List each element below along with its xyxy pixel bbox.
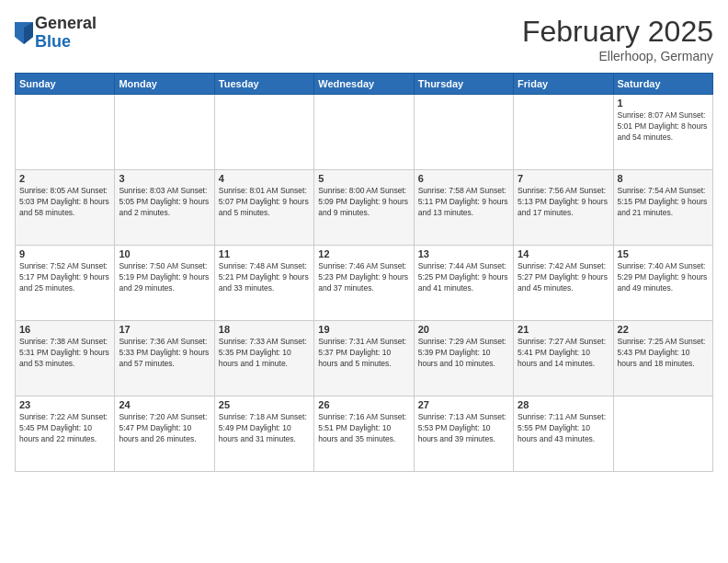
day-info: Sunrise: 7:44 AM Sunset: 5:25 PM Dayligh… bbox=[418, 261, 509, 294]
day-cell: 10Sunrise: 7:50 AM Sunset: 5:19 PM Dayli… bbox=[115, 246, 214, 321]
day-number: 27 bbox=[418, 399, 509, 410]
day-number: 7 bbox=[518, 173, 609, 184]
calendar-table: SundayMondayTuesdayWednesdayThursdayFrid… bbox=[15, 73, 713, 472]
week-row-5: 23Sunrise: 7:22 AM Sunset: 5:45 PM Dayli… bbox=[16, 396, 713, 472]
day-number: 13 bbox=[418, 248, 509, 259]
day-info: Sunrise: 7:56 AM Sunset: 5:13 PM Dayligh… bbox=[518, 186, 609, 219]
day-cell bbox=[414, 95, 513, 170]
title-block: February 2025 Ellerhoop, Germany bbox=[522, 15, 713, 63]
day-info: Sunrise: 7:33 AM Sunset: 5:35 PM Dayligh… bbox=[219, 337, 310, 370]
weekday-header-friday: Friday bbox=[514, 74, 613, 95]
day-cell: 22Sunrise: 7:25 AM Sunset: 5:43 PM Dayli… bbox=[613, 321, 712, 396]
day-cell: 9Sunrise: 7:52 AM Sunset: 5:17 PM Daylig… bbox=[16, 246, 115, 321]
day-cell: 23Sunrise: 7:22 AM Sunset: 5:45 PM Dayli… bbox=[16, 396, 115, 472]
day-number: 22 bbox=[618, 324, 709, 335]
day-cell: 7Sunrise: 7:56 AM Sunset: 5:13 PM Daylig… bbox=[514, 170, 613, 246]
day-number: 6 bbox=[418, 173, 509, 184]
day-info: Sunrise: 8:00 AM Sunset: 5:09 PM Dayligh… bbox=[318, 186, 409, 219]
page: General Blue February 2025 Ellerhoop, Ge… bbox=[0, 0, 728, 563]
day-number: 16 bbox=[19, 324, 110, 335]
day-info: Sunrise: 7:48 AM Sunset: 5:21 PM Dayligh… bbox=[219, 261, 310, 294]
day-number: 28 bbox=[518, 399, 609, 410]
day-number: 21 bbox=[518, 324, 609, 335]
logo-icon bbox=[15, 22, 33, 44]
day-cell: 25Sunrise: 7:18 AM Sunset: 5:49 PM Dayli… bbox=[214, 396, 313, 472]
day-info: Sunrise: 7:36 AM Sunset: 5:33 PM Dayligh… bbox=[119, 337, 210, 370]
day-cell: 5Sunrise: 8:00 AM Sunset: 5:09 PM Daylig… bbox=[314, 170, 414, 246]
day-info: Sunrise: 7:38 AM Sunset: 5:31 PM Dayligh… bbox=[19, 337, 110, 370]
day-number: 10 bbox=[119, 248, 210, 259]
day-info: Sunrise: 7:22 AM Sunset: 5:45 PM Dayligh… bbox=[19, 412, 110, 445]
day-number: 19 bbox=[318, 324, 409, 335]
day-number: 3 bbox=[119, 173, 210, 184]
weekday-header-saturday: Saturday bbox=[613, 74, 712, 95]
day-cell: 14Sunrise: 7:42 AM Sunset: 5:27 PM Dayli… bbox=[514, 246, 613, 321]
day-info: Sunrise: 7:40 AM Sunset: 5:29 PM Dayligh… bbox=[618, 261, 709, 294]
day-cell: 17Sunrise: 7:36 AM Sunset: 5:33 PM Dayli… bbox=[115, 321, 214, 396]
day-cell: 8Sunrise: 7:54 AM Sunset: 5:15 PM Daylig… bbox=[613, 170, 712, 246]
day-info: Sunrise: 7:29 AM Sunset: 5:39 PM Dayligh… bbox=[418, 337, 509, 370]
day-number: 11 bbox=[219, 248, 310, 259]
day-number: 26 bbox=[318, 399, 409, 410]
day-info: Sunrise: 7:20 AM Sunset: 5:47 PM Dayligh… bbox=[119, 412, 210, 445]
day-number: 17 bbox=[119, 324, 210, 335]
day-cell: 20Sunrise: 7:29 AM Sunset: 5:39 PM Dayli… bbox=[414, 321, 513, 396]
day-number: 20 bbox=[418, 324, 509, 335]
day-cell: 16Sunrise: 7:38 AM Sunset: 5:31 PM Dayli… bbox=[16, 321, 115, 396]
day-cell: 6Sunrise: 7:58 AM Sunset: 5:11 PM Daylig… bbox=[414, 170, 513, 246]
weekday-header-tuesday: Tuesday bbox=[214, 74, 313, 95]
day-cell bbox=[115, 95, 214, 170]
week-row-3: 9Sunrise: 7:52 AM Sunset: 5:17 PM Daylig… bbox=[16, 246, 713, 321]
header: General Blue February 2025 Ellerhoop, Ge… bbox=[15, 15, 713, 63]
weekday-header-thursday: Thursday bbox=[414, 74, 513, 95]
day-number: 9 bbox=[19, 248, 110, 259]
day-number: 15 bbox=[618, 248, 709, 259]
day-info: Sunrise: 7:46 AM Sunset: 5:23 PM Dayligh… bbox=[318, 261, 409, 294]
day-cell bbox=[214, 95, 313, 170]
week-row-1: 1Sunrise: 8:07 AM Sunset: 5:01 PM Daylig… bbox=[16, 95, 713, 170]
day-number: 5 bbox=[318, 173, 409, 184]
day-cell bbox=[514, 95, 613, 170]
day-info: Sunrise: 7:27 AM Sunset: 5:41 PM Dayligh… bbox=[518, 337, 609, 370]
day-number: 12 bbox=[318, 248, 409, 259]
day-cell: 19Sunrise: 7:31 AM Sunset: 5:37 PM Dayli… bbox=[314, 321, 414, 396]
day-cell: 13Sunrise: 7:44 AM Sunset: 5:25 PM Dayli… bbox=[414, 246, 513, 321]
day-number: 4 bbox=[219, 173, 310, 184]
day-info: Sunrise: 7:25 AM Sunset: 5:43 PM Dayligh… bbox=[618, 337, 709, 370]
day-cell: 21Sunrise: 7:27 AM Sunset: 5:41 PM Dayli… bbox=[514, 321, 613, 396]
day-info: Sunrise: 7:31 AM Sunset: 5:37 PM Dayligh… bbox=[318, 337, 409, 370]
day-info: Sunrise: 8:05 AM Sunset: 5:03 PM Dayligh… bbox=[19, 186, 110, 219]
calendar-body: 1Sunrise: 8:07 AM Sunset: 5:01 PM Daylig… bbox=[16, 95, 713, 472]
logo-general-label: General bbox=[35, 15, 97, 33]
day-cell: 11Sunrise: 7:48 AM Sunset: 5:21 PM Dayli… bbox=[214, 246, 313, 321]
logo-blue-label: Blue bbox=[35, 33, 97, 52]
day-cell: 3Sunrise: 8:03 AM Sunset: 5:05 PM Daylig… bbox=[115, 170, 214, 246]
day-info: Sunrise: 7:52 AM Sunset: 5:17 PM Dayligh… bbox=[19, 261, 110, 294]
day-info: Sunrise: 7:42 AM Sunset: 5:27 PM Dayligh… bbox=[518, 261, 609, 294]
day-info: Sunrise: 7:11 AM Sunset: 5:55 PM Dayligh… bbox=[518, 412, 609, 445]
day-cell: 15Sunrise: 7:40 AM Sunset: 5:29 PM Dayli… bbox=[613, 246, 712, 321]
day-cell: 26Sunrise: 7:16 AM Sunset: 5:51 PM Dayli… bbox=[314, 396, 414, 472]
month-title: February 2025 bbox=[522, 15, 713, 49]
day-cell: 2Sunrise: 8:05 AM Sunset: 5:03 PM Daylig… bbox=[16, 170, 115, 246]
day-info: Sunrise: 7:54 AM Sunset: 5:15 PM Dayligh… bbox=[618, 186, 709, 219]
day-cell: 28Sunrise: 7:11 AM Sunset: 5:55 PM Dayli… bbox=[514, 396, 613, 472]
day-number: 23 bbox=[19, 399, 110, 410]
day-number: 25 bbox=[219, 399, 310, 410]
day-info: Sunrise: 7:18 AM Sunset: 5:49 PM Dayligh… bbox=[219, 412, 310, 445]
weekday-header-sunday: Sunday bbox=[16, 74, 115, 95]
day-info: Sunrise: 7:50 AM Sunset: 5:19 PM Dayligh… bbox=[119, 261, 210, 294]
day-cell bbox=[613, 396, 712, 472]
day-number: 14 bbox=[518, 248, 609, 259]
weekday-row: SundayMondayTuesdayWednesdayThursdayFrid… bbox=[16, 74, 713, 95]
logo-text: General Blue bbox=[35, 15, 97, 52]
day-cell: 4Sunrise: 8:01 AM Sunset: 5:07 PM Daylig… bbox=[214, 170, 313, 246]
weekday-header-monday: Monday bbox=[115, 74, 214, 95]
day-info: Sunrise: 8:03 AM Sunset: 5:05 PM Dayligh… bbox=[119, 186, 210, 219]
day-cell: 1Sunrise: 8:07 AM Sunset: 5:01 PM Daylig… bbox=[613, 95, 712, 170]
day-cell: 27Sunrise: 7:13 AM Sunset: 5:53 PM Dayli… bbox=[414, 396, 513, 472]
day-cell bbox=[16, 95, 115, 170]
day-cell: 12Sunrise: 7:46 AM Sunset: 5:23 PM Dayli… bbox=[314, 246, 414, 321]
day-number: 24 bbox=[119, 399, 210, 410]
day-cell: 24Sunrise: 7:20 AM Sunset: 5:47 PM Dayli… bbox=[115, 396, 214, 472]
